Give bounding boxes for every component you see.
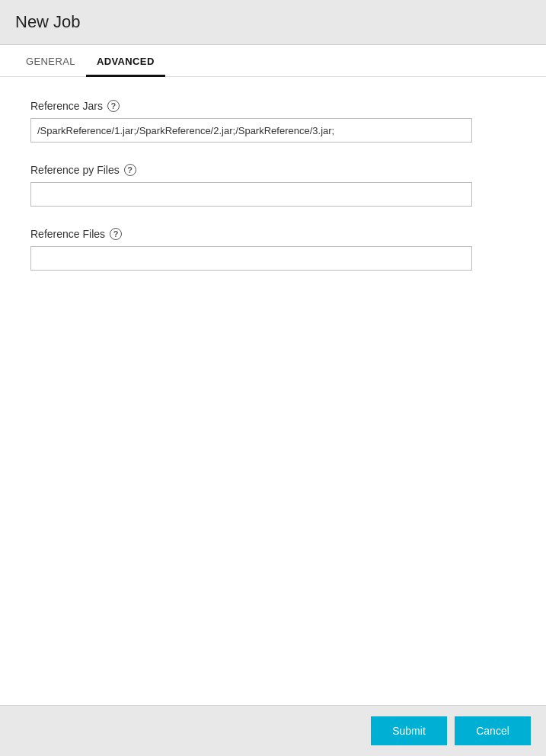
- field-group-reference-py-files: Reference py Files ?: [30, 164, 516, 207]
- reference-jars-input[interactable]: [30, 118, 472, 143]
- reference-py-files-label: Reference py Files ?: [30, 164, 516, 176]
- reference-files-input[interactable]: [30, 246, 472, 271]
- submit-button[interactable]: Submit: [371, 716, 447, 745]
- field-group-reference-jars: Reference Jars ?: [30, 100, 516, 143]
- reference-jars-help-icon[interactable]: ?: [107, 100, 120, 112]
- page-title: New Job: [15, 12, 531, 32]
- tab-bar: GENERAL ADVANCED: [0, 45, 546, 77]
- field-group-reference-files: Reference Files ?: [30, 228, 516, 271]
- reference-files-label: Reference Files ?: [30, 228, 516, 240]
- reference-py-files-help-icon[interactable]: ?: [124, 164, 136, 176]
- tab-general[interactable]: GENERAL: [15, 45, 86, 77]
- reference-jars-label: Reference Jars ?: [30, 100, 516, 112]
- tab-advanced[interactable]: ADVANCED: [86, 45, 165, 77]
- reference-py-files-input[interactable]: [30, 182, 472, 207]
- content-area: Reference Jars ? Reference py Files ? Re…: [0, 77, 546, 705]
- title-bar: New Job: [0, 0, 546, 45]
- footer: Submit Cancel: [0, 705, 546, 756]
- reference-files-help-icon[interactable]: ?: [110, 228, 122, 240]
- cancel-button[interactable]: Cancel: [455, 716, 531, 745]
